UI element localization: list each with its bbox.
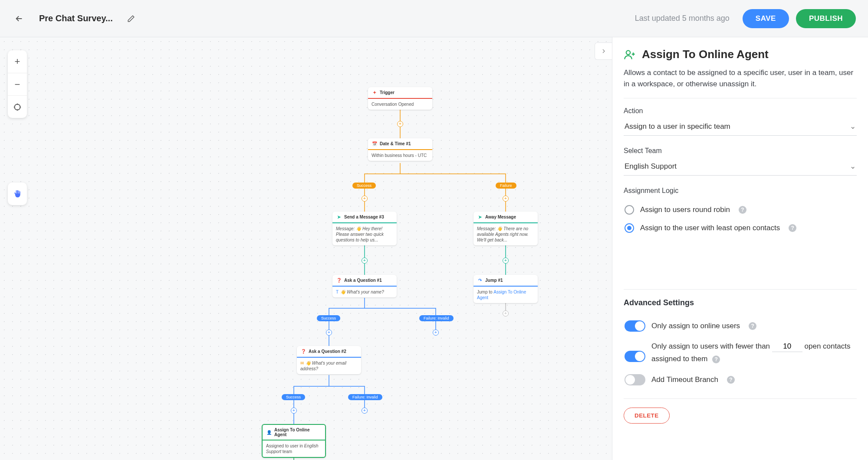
zoom-controls: + − xyxy=(8,50,27,118)
node-body: Message: 👋 Hey there! Please answer two … xyxy=(332,223,397,245)
edit-title-button[interactable] xyxy=(125,13,137,25)
save-button[interactable]: SAVE xyxy=(743,9,789,28)
pill-failure-invalid: Failure: Invalid xyxy=(348,394,382,400)
crosshair-icon xyxy=(13,103,22,111)
node-title: Trigger xyxy=(380,90,395,95)
help-icon[interactable]: ? xyxy=(739,206,746,214)
collapse-panel-button[interactable] xyxy=(595,42,612,60)
add-step[interactable]: + xyxy=(503,196,509,202)
node-body: T👋 What's your name? xyxy=(332,287,397,297)
fewer-than-input[interactable] xyxy=(772,341,802,352)
radio-least-open[interactable]: Assign to the user with least open conta… xyxy=(624,219,857,237)
toggle-label: Add Timeout Branch xyxy=(651,375,718,384)
node-title: Send a Message #3 xyxy=(344,215,384,219)
canvas[interactable]: + − xyxy=(0,37,612,460)
add-step[interactable]: + xyxy=(362,258,368,264)
hand-icon xyxy=(13,189,22,198)
svg-point-0 xyxy=(14,104,20,110)
node-trigger[interactable]: ✦Trigger Conversation Opened xyxy=(368,87,432,110)
back-button[interactable] xyxy=(12,12,26,26)
send-icon: ➤ xyxy=(477,214,483,220)
delete-button[interactable]: DELETE xyxy=(624,408,670,424)
question-icon: ❓ xyxy=(336,277,342,283)
radio-icon xyxy=(625,205,634,215)
last-updated: Last updated 5 months ago xyxy=(635,14,730,23)
pill-success: Success xyxy=(352,183,376,189)
toggle-only-online[interactable] xyxy=(625,320,645,332)
zoom-out-button[interactable]: − xyxy=(8,73,27,95)
radio-round-robin[interactable]: Assign to users round robin ? xyxy=(624,201,857,219)
jump-icon: ↷ xyxy=(477,277,483,283)
user-plus-icon xyxy=(624,49,636,61)
toggle-timeout-branch[interactable] xyxy=(625,374,645,385)
add-step[interactable]: + xyxy=(503,258,509,264)
recenter-button[interactable] xyxy=(8,95,27,118)
chevron-down-icon: ⌄ xyxy=(850,122,856,131)
add-step[interactable]: + xyxy=(291,408,297,414)
node-ask-question-1[interactable]: ❓Ask a Question #1 T👋 What's your name? xyxy=(332,275,397,297)
add-step[interactable]: + xyxy=(362,196,368,202)
node-assign[interactable]: 👤Assign To Online Agent Assigned to user… xyxy=(262,424,326,458)
node-ask-question-2[interactable]: ❓Ask a Question #2 ✉👋 What's your email … xyxy=(297,346,361,374)
panel-description: Allows a contact to be assigned to a spe… xyxy=(624,67,857,89)
arrow-left-icon xyxy=(14,14,24,23)
pill-failure-invalid: Failure: Invalid xyxy=(419,315,454,321)
calendar-icon: 📅 xyxy=(372,141,377,147)
zoom-in-button[interactable]: + xyxy=(8,50,27,73)
action-value: Assign to a user in specific team xyxy=(625,122,730,131)
node-body: ✉👋 What's your email address? xyxy=(297,358,361,374)
node-title: Away Message xyxy=(485,215,516,219)
help-icon[interactable]: ? xyxy=(789,224,796,232)
node-title: Ask a Question #2 xyxy=(309,349,346,354)
node-jump[interactable]: ↷Jump #1 Jump to Assign To Online Agent xyxy=(473,275,538,303)
node-body: Message: 👋 There are no available Agents… xyxy=(473,223,538,245)
question-icon: ❓ xyxy=(300,349,306,354)
help-icon[interactable]: ? xyxy=(749,322,756,330)
add-step[interactable]: + xyxy=(326,330,332,336)
radio-label: Assign to the user with least open conta… xyxy=(640,224,780,232)
action-label: Action xyxy=(624,107,857,115)
pill-success: Success xyxy=(317,315,340,321)
panel-title: Assign To Online Agent xyxy=(642,48,769,61)
node-subtitle: Within business hours - UTC xyxy=(368,150,432,161)
user-plus-icon: 👤 xyxy=(266,430,272,435)
add-step[interactable]: + xyxy=(397,121,403,127)
node-title: Ask a Question #1 xyxy=(344,278,382,283)
action-select[interactable]: Assign to a user in specific team ⌄ xyxy=(624,118,857,136)
pill-success: Success xyxy=(282,394,305,400)
fewer-than-text: Only assign to users with fewer than ope… xyxy=(651,340,856,365)
node-title: Jump #1 xyxy=(485,278,503,283)
radio-label: Assign to users round robin xyxy=(640,206,730,214)
chevron-right-icon xyxy=(600,48,607,55)
node-body: Assigned to user in English Support team xyxy=(263,440,325,457)
logic-label: Assignment Logic xyxy=(624,187,857,195)
add-step[interactable]: + xyxy=(362,408,368,414)
toggle-label: Only assign to online users xyxy=(651,322,740,330)
node-datetime[interactable]: 📅Date & Time #1 Within business hours - … xyxy=(368,138,432,161)
radio-icon xyxy=(625,223,634,233)
node-title: Assign To Online Agent xyxy=(274,427,322,437)
send-icon: ➤ xyxy=(336,214,342,220)
divider xyxy=(624,398,857,399)
side-panel: Assign To Online Agent Allows a contact … xyxy=(612,37,868,460)
pan-tool[interactable] xyxy=(8,183,27,205)
help-icon[interactable]: ? xyxy=(712,356,720,363)
help-icon[interactable]: ? xyxy=(727,376,735,384)
pencil-icon xyxy=(127,15,135,23)
node-body: Jump to Assign To Online Agent xyxy=(473,287,538,303)
svg-point-9 xyxy=(626,50,630,54)
add-step[interactable]: + xyxy=(503,310,509,316)
add-step[interactable]: + xyxy=(433,330,439,336)
node-away-message[interactable]: ➤Away Message Message: 👋 There are no av… xyxy=(473,212,538,245)
node-send-message[interactable]: ➤Send a Message #3 Message: 👋 Hey there!… xyxy=(332,212,397,245)
node-title: Date & Time #1 xyxy=(380,141,411,146)
toggle-fewer-than[interactable] xyxy=(625,351,645,362)
flow-connectors xyxy=(0,37,612,460)
team-select[interactable]: English Support ⌄ xyxy=(624,158,857,176)
team-value: English Support xyxy=(625,162,677,171)
publish-button[interactable]: PUBLISH xyxy=(796,9,856,28)
pill-failure: Failure xyxy=(496,183,516,189)
header: Pre Chat Survey... Last updated 5 months… xyxy=(0,0,868,37)
flow-title: Pre Chat Survey... xyxy=(39,13,113,23)
team-label: Select Team xyxy=(624,147,857,155)
